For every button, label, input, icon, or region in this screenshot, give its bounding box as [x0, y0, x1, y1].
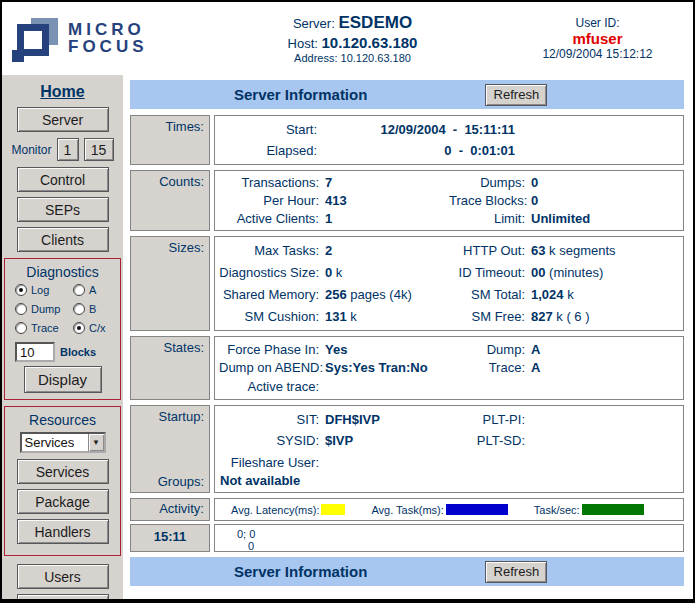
page-header: MICRO FOCUS Server: ESDEMO Host: 10.120.…	[2, 2, 693, 75]
cx-radio-label: C/x	[89, 322, 106, 334]
trace-radio-label: Trace	[31, 322, 59, 334]
activity-legend: Avg. Latency(ms): Avg. Task(ms): Task/se…	[214, 498, 684, 521]
startup-label-cell: Startup: Groups:	[130, 405, 210, 493]
states-label: States:	[130, 336, 210, 400]
clients-button[interactable]: Clients	[17, 227, 109, 252]
shared-memory-label: Shared Memory:	[219, 287, 319, 302]
envvars-button[interactable]: Env.Vars.	[17, 594, 109, 599]
dump-on-abend-label: Dump on ABEND:	[219, 360, 319, 375]
elapsed-value: 0 - 0:01:01	[323, 143, 515, 158]
task-sec-label: Task/sec:	[534, 504, 580, 516]
home-link[interactable]: Home	[2, 83, 123, 101]
users-button[interactable]: Users	[17, 564, 109, 589]
per-hour-value: 413	[325, 193, 443, 208]
http-out-value: 63 k segments	[531, 243, 679, 258]
radio-option-a[interactable]: A	[73, 284, 117, 296]
activity-row: Activity: Avg. Latency(ms): Avg. Task(ms…	[130, 498, 684, 521]
counts-row: Counts: Transactions: 7 Dumps: 0 Per Hou…	[130, 170, 684, 231]
sysid-value: $IVP	[325, 433, 443, 448]
monitor-1-button[interactable]: 1	[57, 138, 79, 161]
sizes-label: Sizes:	[130, 236, 210, 331]
transactions-label: Transactions:	[219, 175, 319, 190]
startup-content: SIT: DFH$IVP PLT-PI: SYSID: $IVP PLT-SD:…	[214, 405, 684, 493]
diagnostics-radio-group: Log A Dump B	[7, 284, 118, 334]
activity-tick-line2: 0	[237, 540, 679, 552]
radio-option-dump[interactable]: Dump	[15, 303, 73, 315]
a-radio[interactable]	[73, 284, 85, 296]
login-timestamp: 12/09/2004 15:12:12	[508, 47, 687, 61]
control-button[interactable]: Control	[17, 167, 109, 192]
radio-option-log[interactable]: Log	[15, 284, 73, 296]
resources-panel: Resources Services ▼ Services Package Ha…	[4, 406, 121, 556]
monitor-row: Monitor 1 15	[2, 138, 123, 161]
radio-option-cx[interactable]: C/x	[73, 322, 117, 334]
dump-state-value: A	[531, 342, 679, 357]
trace-state-label: Trace:	[449, 360, 525, 375]
resources-dropdown[interactable]: Services ▼	[20, 432, 106, 453]
sizes-row: Sizes: Max Tasks: 2 HTTP Out: 63 k segme…	[130, 236, 684, 331]
services-button[interactable]: Services	[17, 459, 109, 484]
radio-option-trace[interactable]: Trace	[15, 322, 73, 334]
activity-time-row: 15:11 0; 0 0	[130, 524, 684, 552]
plt-sd-label: PLT-SD:	[449, 433, 525, 448]
dumps-label: Dumps:	[449, 175, 525, 190]
dropdown-arrow-icon[interactable]: ▼	[88, 434, 104, 451]
address-line: Address: 10.120.63.180	[197, 52, 508, 64]
refresh-button-bottom[interactable]: Refresh	[485, 561, 547, 583]
times-label: Times:	[130, 115, 210, 165]
radio-option-b[interactable]: B	[73, 303, 117, 315]
fileshare-user-value	[325, 455, 443, 470]
elapsed-label: Elapsed:	[219, 143, 317, 158]
groups-value: Not available	[219, 473, 679, 489]
log-radio[interactable]	[15, 284, 27, 296]
cx-radio[interactable]	[73, 322, 85, 334]
states-row: States: Force Phase In: Yes Dump: A Dump…	[130, 336, 684, 400]
times-row: Times: Start: 12/09/2004 - 15:11:11 Elap…	[130, 115, 684, 165]
blocks-row: Blocks	[15, 342, 118, 362]
resources-title: Resources	[7, 412, 118, 428]
display-button[interactable]: Display	[24, 366, 102, 393]
seps-button[interactable]: SEPs	[17, 197, 109, 222]
trace-radio[interactable]	[15, 322, 27, 334]
server-button[interactable]: Server	[17, 107, 109, 132]
plt-pi-label: PLT-PI:	[449, 412, 525, 427]
trace-blocks-label: Trace Blocks:	[449, 193, 525, 208]
package-button[interactable]: Package	[17, 489, 109, 514]
avg-task-label: Avg. Task(ms):	[371, 504, 443, 516]
main-content: Server Information Refresh Times: Start:…	[123, 75, 693, 599]
refresh-button-top[interactable]: Refresh	[485, 84, 547, 106]
per-hour-label: Per Hour:	[219, 193, 319, 208]
counts-label: Counts:	[130, 170, 210, 231]
monitor-15-button[interactable]: 15	[84, 138, 114, 161]
server-information-header: Server Information Refresh	[130, 80, 684, 109]
avg-latency-label: Avg. Latency(ms):	[231, 504, 319, 516]
avg-task-legend: Avg. Task(ms):	[371, 504, 507, 516]
handlers-button[interactable]: Handlers	[17, 519, 109, 544]
server-name-line: Server: ESDEMO	[197, 13, 508, 33]
latency-color-swatch	[321, 504, 345, 515]
server-identity: Server: ESDEMO Host: 10.120.63.180 Addre…	[197, 13, 508, 64]
sit-label: SIT:	[219, 412, 319, 427]
activity-label: Activity:	[130, 498, 210, 521]
dumps-value: 0	[531, 175, 679, 190]
sm-cushion-value: 131 k	[325, 309, 443, 324]
server-label: Server:	[293, 16, 335, 31]
active-trace-label: Active trace:	[219, 379, 319, 394]
sm-free-label: SM Free:	[449, 309, 525, 324]
logo-wordmark: MICRO FOCUS	[68, 22, 148, 54]
b-radio-label: B	[89, 303, 96, 315]
b-radio[interactable]	[73, 303, 85, 315]
logo-word-focus: FOCUS	[68, 39, 148, 55]
activity-time: 15:11	[130, 524, 210, 552]
blocks-input[interactable]	[15, 342, 55, 362]
limit-label: Limit:	[449, 211, 525, 226]
id-timeout-value: 00 (minutes)	[531, 265, 679, 280]
start-value: 12/09/2004 - 15:11:11	[323, 122, 515, 137]
host-label: Host:	[288, 36, 318, 51]
sm-total-value: 1,024 k	[531, 287, 679, 302]
footer-title: Server Information	[234, 563, 367, 580]
sm-total-label: SM Total:	[449, 287, 525, 302]
dump-radio[interactable]	[15, 303, 27, 315]
states-content: Force Phase In: Yes Dump: A Dump on ABEN…	[214, 336, 684, 400]
user-id-value: mfuser	[508, 30, 687, 47]
